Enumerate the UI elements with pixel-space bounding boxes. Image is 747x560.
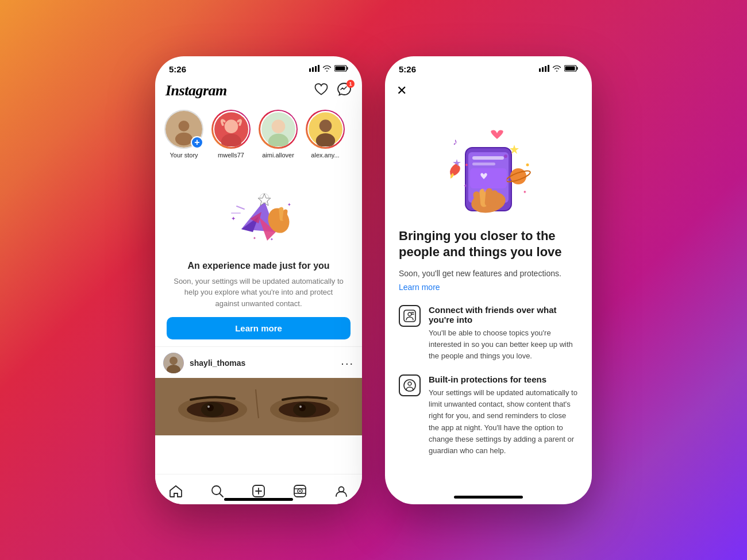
svg-point-43: [207, 404, 214, 411]
story-alex[interactable]: alex.any...: [306, 110, 345, 159]
svg-point-8: [179, 120, 190, 131]
header-icons: 1: [314, 82, 352, 99]
svg-point-36: [170, 357, 178, 365]
heart-icon-button[interactable]: [314, 82, 329, 99]
right-title: Bringing you closer to the people and th…: [399, 228, 578, 261]
signal-icon-right: [539, 65, 549, 74]
shield-person-icon: [399, 374, 421, 396]
svg-line-29: [237, 206, 244, 209]
svg-rect-1: [312, 67, 314, 72]
story-mwells77[interactable]: mwells77: [211, 110, 251, 159]
svg-point-57: [299, 490, 301, 492]
svg-text:✦: ✦: [463, 183, 468, 189]
right-illustration: ♪ ✦ ✦: [385, 102, 592, 228]
svg-text:✦: ✦: [231, 215, 236, 222]
svg-text:✦: ✦: [523, 190, 527, 195]
svg-rect-63: [545, 66, 546, 72]
right-learn-more-link[interactable]: Learn more: [399, 283, 440, 292]
card-subtitle: Soon, your settings will be updated auto…: [167, 276, 351, 310]
svg-point-83: [465, 164, 468, 166]
time-right: 5:26: [399, 64, 416, 74]
feature-list: Connect with friends over what you're in…: [399, 305, 578, 457]
right-content: Bringing you closer to the people and th…: [385, 228, 592, 457]
connect-icon: [399, 305, 421, 327]
feature-connect-body: You'll be able to choose topics you're i…: [429, 327, 578, 362]
close-button[interactable]: ✕: [385, 78, 592, 102]
svg-rect-0: [309, 68, 311, 72]
svg-point-9: [175, 132, 192, 145]
wifi-icon-right: [552, 65, 561, 74]
wifi-icon: [322, 65, 332, 74]
card-illustration: ✦ ✦ ✦ ✦: [213, 175, 305, 255]
app-header: Instagram 1: [155, 78, 362, 105]
left-phone: 5:26 Instagram: [155, 56, 362, 504]
post-header: shayli_thomas ···: [155, 346, 362, 378]
svg-line-51: [220, 493, 223, 497]
feature-protections-body: Your settings will be updated automatica…: [429, 387, 578, 457]
post-more-button[interactable]: ···: [341, 357, 354, 370]
add-story-badge: +: [191, 136, 203, 149]
svg-rect-6: [336, 66, 345, 70]
story-label-aimi: aimi.allover: [262, 152, 294, 159]
messenger-icon-button[interactable]: 1: [337, 82, 352, 99]
svg-point-49: [299, 405, 302, 408]
feature-connect-text: Connect with friends over what you're in…: [429, 305, 578, 362]
svg-point-82: [504, 155, 507, 158]
svg-rect-71: [472, 163, 495, 165]
notification-badge: 1: [346, 80, 355, 88]
post-user: shayli_thomas: [163, 353, 245, 373]
svg-rect-61: [539, 68, 541, 72]
nav-profile[interactable]: [329, 481, 354, 501]
svg-text:♪: ♪: [453, 137, 457, 146]
svg-text:✦: ✦: [287, 202, 291, 207]
story-your-story[interactable]: + Your story: [164, 110, 203, 159]
svg-point-44: [207, 405, 210, 408]
feature-protections-heading: Built-in protections for teens: [429, 374, 578, 384]
signal-icon: [309, 65, 319, 74]
svg-text:✦: ✦: [253, 236, 256, 240]
svg-rect-88: [470, 168, 507, 188]
svg-rect-70: [472, 156, 504, 160]
svg-rect-62: [542, 67, 544, 72]
svg-point-17: [319, 119, 332, 132]
svg-rect-66: [577, 67, 578, 69]
right-phone: 5:26 ✕: [385, 56, 592, 504]
post-avatar: [163, 353, 184, 373]
feature-protections-text: Built-in protections for teens Your sett…: [429, 374, 578, 457]
right-subtitle: Soon, you'll get new features and protec…: [399, 268, 578, 280]
svg-point-95: [408, 382, 411, 385]
feature-connect: Connect with friends over what you're in…: [399, 305, 578, 362]
time-left: 5:26: [169, 64, 186, 74]
story-label-your: Your story: [170, 152, 198, 159]
svg-point-14: [271, 119, 285, 133]
instagram-logo: Instagram: [165, 82, 227, 99]
home-indicator-right: [454, 496, 523, 499]
nav-home[interactable]: [163, 481, 188, 501]
story-label-alex: alex.any...: [311, 152, 339, 159]
learn-more-button[interactable]: Learn more: [167, 317, 351, 339]
feature-protections: Built-in protections for teens Your sett…: [399, 374, 578, 457]
status-bar-right: 5:26: [385, 56, 592, 78]
feature-card: ✦ ✦ ✦ ✦ An experience made just for you …: [155, 165, 362, 347]
stories-row: + Your story mwells77: [155, 105, 362, 165]
home-indicator: [224, 498, 293, 501]
status-icons-right: [539, 65, 578, 74]
card-title: An experience made just for you: [187, 261, 329, 271]
feature-connect-heading: Connect with friends over what you're in…: [429, 305, 578, 325]
svg-text:✦: ✦: [270, 237, 274, 241]
svg-rect-5: [347, 67, 348, 69]
story-aimi[interactable]: aimi.allover: [259, 110, 298, 159]
svg-point-48: [299, 404, 306, 411]
svg-point-11: [224, 119, 238, 133]
svg-rect-64: [548, 65, 549, 72]
post-image: [155, 378, 362, 435]
svg-point-91: [408, 312, 411, 316]
status-bar-left: 5:26: [155, 56, 362, 78]
svg-point-84: [526, 163, 529, 166]
svg-rect-2: [315, 66, 317, 72]
battery-icon: [334, 65, 348, 74]
story-label-mwells: mwells77: [218, 152, 244, 159]
post-username: shayli_thomas: [190, 358, 245, 368]
svg-rect-67: [565, 66, 575, 70]
battery-icon-right: [564, 65, 578, 74]
